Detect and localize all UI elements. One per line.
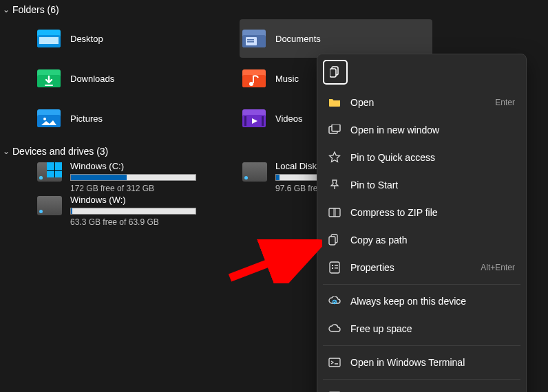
folder-label: Downloads (70, 74, 114, 84)
documents-folder-icon (242, 28, 266, 49)
drive-info: Windows (C:) 172 GB free of 312 GB (70, 161, 224, 193)
svg-rect-33 (335, 265, 338, 266)
folder-label: Videos (275, 113, 303, 124)
ctx-open[interactable]: Open Enter (323, 89, 520, 116)
cloud-icon (328, 323, 341, 335)
separator (323, 345, 520, 346)
svg-rect-34 (335, 268, 338, 269)
ctx-label: Pin to Quick access (350, 152, 435, 163)
ctx-label: Open in Windows Terminal (350, 357, 465, 368)
ctx-compress-zip[interactable]: Compress to ZIP file (323, 199, 520, 226)
svg-rect-10 (45, 85, 53, 86)
svg-point-17 (43, 118, 46, 120)
ctx-label: Properties (350, 262, 394, 273)
ctx-label: Open (350, 97, 374, 108)
zip-icon (328, 206, 341, 219)
drive-info: Windows (W:) 63.3 GB free of 63.9 GB (70, 195, 224, 227)
folder-item-desktop[interactable]: Desktop (34, 19, 227, 58)
drive-icon (242, 162, 267, 182)
svg-rect-36 (329, 358, 340, 367)
svg-rect-20 (244, 116, 246, 126)
desktop-folder-icon (37, 28, 61, 49)
context-menu-top-row (323, 60, 520, 89)
copy-icon (330, 66, 341, 78)
drive-item-c[interactable]: Windows (C:) 172 GB free of 312 GB (34, 161, 227, 193)
ctx-label: Open in new window (350, 124, 439, 135)
ctx-free-space[interactable]: Free up space (323, 315, 520, 342)
ctx-label: Compress to ZIP file (350, 207, 438, 218)
svg-rect-14 (253, 76, 254, 83)
svg-rect-21 (262, 116, 264, 126)
ctx-open-new-window[interactable]: Open in new window (323, 116, 520, 144)
ctx-shortcut: Enter (495, 98, 515, 107)
svg-rect-16 (37, 115, 61, 127)
annotation-arrow-icon (226, 239, 322, 283)
ctx-open-terminal[interactable]: Open in Windows Terminal (323, 349, 520, 376)
ctx-pin-quick-access[interactable]: Pin to Quick access (323, 144, 520, 171)
star-icon (328, 151, 341, 164)
svg-line-22 (230, 246, 313, 278)
pin-icon (328, 179, 341, 191)
downloads-folder-icon (37, 68, 61, 89)
drive-name: Windows (W:) (70, 195, 224, 205)
svg-rect-7 (247, 41, 254, 43)
ctx-properties[interactable]: Properties Alt+Enter (323, 254, 520, 281)
folder-label: Pictures (70, 113, 103, 124)
folder-item-pictures[interactable]: Pictures (34, 99, 227, 138)
chevron-down-icon: ⌄ (3, 5, 10, 14)
folders-section-header[interactable]: ⌄ Folders (6) (0, 0, 548, 19)
new-window-icon (328, 124, 341, 136)
pictures-folder-icon (37, 108, 61, 129)
svg-rect-32 (332, 268, 333, 269)
drive-icon (37, 196, 62, 215)
drive-free: 172 GB free of 312 GB (70, 184, 224, 193)
ctx-label: Copy as path (350, 235, 408, 246)
chevron-down-icon: ⌄ (3, 146, 10, 156)
ctx-label: Free up space (350, 323, 412, 334)
usage-bar (70, 174, 196, 181)
drive-name: Windows (C:) (70, 161, 224, 171)
svg-rect-29 (329, 237, 335, 245)
videos-folder-icon (242, 108, 266, 129)
open-folder-icon (328, 96, 341, 109)
drive-icon (37, 162, 62, 182)
folder-label: Desktop (70, 34, 103, 44)
svg-rect-2 (39, 37, 59, 44)
ctx-always-keep[interactable]: Always keep on this device (323, 287, 520, 315)
folder-item-downloads[interactable]: Downloads (34, 59, 227, 98)
svg-rect-27 (329, 208, 340, 217)
separator (323, 284, 520, 285)
separator (323, 379, 520, 380)
context-menu: Open Enter Open in new window Pin to Qui… (317, 54, 527, 392)
terminal-icon (328, 356, 341, 369)
properties-icon (328, 261, 341, 274)
drives-section-title: Devices and drives (3) (12, 146, 108, 157)
ctx-label: Always keep on this device (350, 296, 466, 307)
folder-label: Music (275, 74, 299, 84)
copy-button[interactable] (323, 60, 348, 85)
drive-free: 63.3 GB free of 63.9 GB (70, 217, 224, 227)
svg-rect-26 (332, 124, 340, 131)
windows-logo-icon (47, 162, 62, 177)
ctx-show-more[interactable]: Show more options (323, 382, 520, 392)
drive-item-w[interactable]: Windows (W:) 63.3 GB free of 63.9 GB (34, 195, 227, 227)
ctx-label: Pin to Start (350, 179, 398, 190)
svg-rect-24 (330, 69, 336, 77)
folder-label: Documents (275, 34, 321, 44)
svg-rect-31 (332, 265, 333, 266)
ctx-pin-start[interactable]: Pin to Start (323, 171, 520, 199)
folders-section-title: Folders (6) (12, 4, 59, 15)
copy-path-icon (328, 234, 341, 246)
usage-bar (70, 208, 196, 215)
ctx-copy-path[interactable]: Copy as path (323, 226, 520, 254)
music-folder-icon (242, 68, 266, 89)
folder-item-documents[interactable]: Documents (240, 19, 432, 58)
ctx-shortcut: Alt+Enter (481, 263, 515, 272)
cloud-sync-icon (328, 295, 341, 307)
svg-rect-6 (247, 39, 254, 41)
